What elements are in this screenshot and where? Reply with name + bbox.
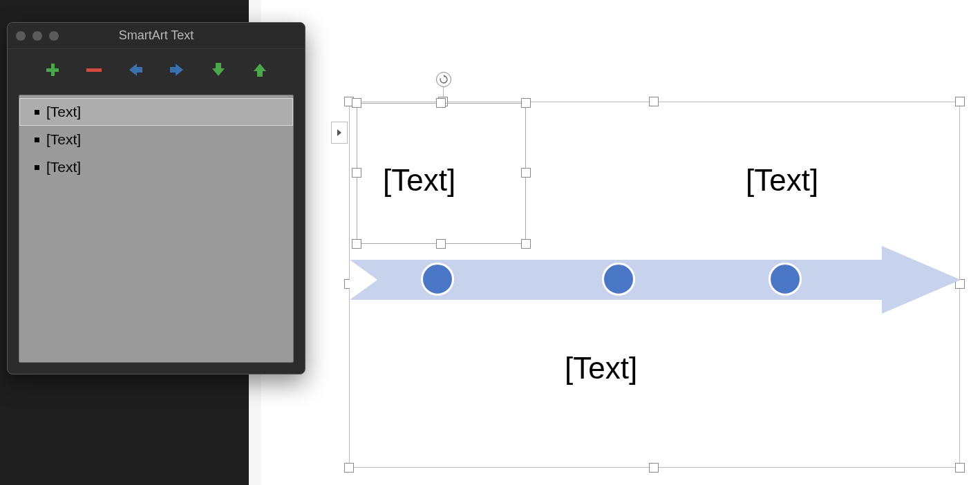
smartart-label-2[interactable]: [Text] [565,351,637,386]
move-down-button[interactable] [209,61,227,79]
smartart-container[interactable]: [Text] [Text] [Text] [349,102,960,468]
timeline-dot-2[interactable] [602,263,635,296]
remove-item-button[interactable] [85,61,103,79]
list-item-label: [Text] [46,131,81,148]
arrow-right-icon [169,61,185,78]
svg-marker-8 [170,64,183,76]
resize-handle-br[interactable] [955,463,965,473]
chevron-right-icon [336,129,343,137]
rotate-handle[interactable] [436,72,451,87]
timeline-dot-3[interactable] [769,263,802,296]
svg-rect-5 [46,68,59,72]
promote-button[interactable] [126,61,144,79]
resize-handle-tr[interactable] [955,97,965,106]
svg-marker-7 [129,64,142,76]
list-item[interactable]: [Text] [19,153,293,181]
resize-handle-bm[interactable] [649,463,659,473]
timeline-dot-1[interactable] [421,263,454,296]
window-minimize[interactable] [32,31,42,41]
window-controls [16,31,59,41]
inner-handle-mr[interactable] [521,168,531,178]
inner-handle-tl[interactable] [352,98,361,108]
panel-toolbar [8,49,305,91]
smartart-label-3[interactable]: [Text] [746,163,818,198]
smartart-text-list[interactable]: [Text] [Text] [Text] [19,95,294,363]
svg-marker-1 [444,75,446,77]
arrow-down-icon [210,61,227,78]
list-item[interactable]: [Text] [19,126,293,153]
svg-marker-9 [212,63,225,76]
list-item-label: [Text] [46,159,81,175]
list-item[interactable]: [Text] [19,98,293,126]
smartart-label-1[interactable]: [Text] [383,163,455,198]
arrow-up-icon [252,61,268,78]
minus-icon [85,61,103,78]
svg-marker-0 [337,129,341,136]
bullet-icon [35,137,39,142]
resize-handle-bl[interactable] [344,463,354,473]
svg-rect-6 [86,68,102,72]
plus-icon [44,61,61,78]
bullet-icon [35,110,39,115]
add-item-button[interactable] [44,61,62,79]
window-zoom[interactable] [49,31,59,41]
move-up-button[interactable] [251,61,269,79]
inner-handle-tr[interactable] [521,98,531,108]
inner-handle-ml[interactable] [352,168,361,178]
panel-titlebar[interactable]: SmartArt Text [8,23,305,49]
bullet-icon [35,165,39,170]
arrow-left-icon [127,61,144,78]
inner-handle-tm[interactable] [436,98,446,108]
resize-handle-tm[interactable] [649,97,659,106]
svg-marker-10 [254,64,266,77]
demote-button[interactable] [168,61,186,79]
list-item-label: [Text] [46,104,81,120]
window-close[interactable] [16,31,26,41]
smartart-expand-tab[interactable] [331,122,348,144]
smartart-text-panel[interactable]: SmartArt Text [7,22,305,374]
rotate-icon [439,75,449,84]
